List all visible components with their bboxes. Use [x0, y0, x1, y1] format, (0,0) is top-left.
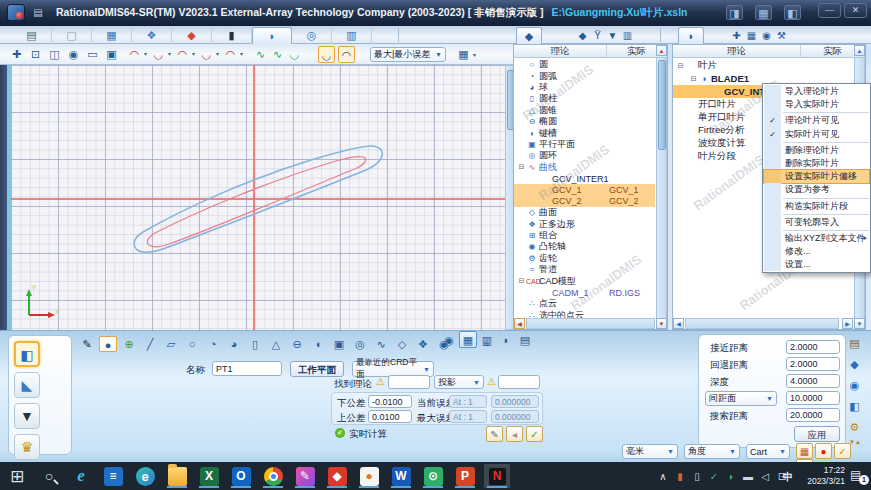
probe-cube-icon[interactable]: ◧	[846, 398, 863, 415]
projection-dropdown[interactable]: 投影▼	[434, 375, 484, 389]
curve-probe-icon[interactable]: ◠	[222, 46, 239, 63]
tree-item[interactable]: ⊞ 组合	[514, 230, 655, 241]
tree-item[interactable]: GCV_2 GCV_2	[514, 196, 655, 207]
scan-surface-icon[interactable]: ◡	[286, 46, 303, 63]
probe-head-icon[interactable]: ◆	[846, 356, 863, 373]
probe-erase-icon[interactable]: ◂	[506, 426, 523, 442]
dropdown-arrow[interactable]: ▾	[192, 50, 195, 57]
units-dropdown[interactable]: 毫米▼	[622, 444, 678, 459]
edit-note-icon[interactable]: ✎	[486, 426, 503, 442]
pdf-doc-icon[interactable]: ●	[356, 464, 382, 488]
scroll-up-button[interactable]: ▲	[854, 45, 865, 56]
joystick-icon[interactable]: ◧	[784, 5, 801, 20]
outlook-icon[interactable]: O	[228, 464, 254, 488]
report-icon[interactable]: ▦	[455, 46, 472, 63]
scroll-down-button[interactable]: ▼	[854, 318, 865, 329]
tree-item[interactable]: ⊟ 叶片	[673, 59, 853, 72]
scroll-up-button[interactable]: ▲	[656, 45, 667, 56]
card-tab[interactable]: ▤	[516, 331, 534, 348]
tree-item[interactable]: ◕ 球	[514, 82, 655, 93]
grid-status-icon[interactable]: ▦	[796, 443, 813, 459]
angle-dropdown[interactable]: 角度▼	[684, 444, 740, 459]
apply-button[interactable]: 应用	[794, 426, 840, 442]
surface-icon[interactable]: ◇	[393, 336, 411, 352]
tree-item[interactable]: ◔ 圆弧	[514, 70, 655, 81]
context-menu-item[interactable]: 设置实际叶片偏移	[764, 170, 869, 183]
spacing-input[interactable]	[786, 391, 840, 405]
theory-column-header[interactable]: 理论	[514, 45, 607, 57]
realtime-checkbox[interactable]: ✓	[335, 428, 345, 438]
view-eye-icon[interactable]: ◉	[65, 46, 82, 63]
grid-icon[interactable]: ▦	[745, 29, 758, 42]
rationaldmis-icon[interactable]: N	[484, 464, 510, 488]
settings-gear-icon[interactable]: ⚙	[846, 419, 863, 436]
probe-button[interactable]: ▼	[14, 403, 40, 429]
context-menu-item[interactable]: 设置...	[764, 258, 869, 271]
circle-icon[interactable]: ○	[183, 336, 201, 352]
tree-item[interactable]: ∴ 点云	[514, 298, 655, 309]
tree-item[interactable]: ❖ 正多边形	[514, 218, 655, 229]
tree-item[interactable]: ◉ 凸轮轴	[514, 241, 655, 252]
tools-icon[interactable]: ⚒	[775, 29, 788, 42]
tab-table[interactable]: ▦	[92, 27, 132, 44]
tab-program[interactable]: ❖	[132, 27, 172, 44]
scan-closed-icon[interactable]: ∿	[269, 46, 286, 63]
context-menu-item[interactable]: 输出XYZ到文本文件 ▸	[764, 232, 869, 245]
model-cube-icon[interactable]: ◆	[576, 29, 589, 42]
feature-panel-hscrollbar[interactable]	[526, 318, 655, 329]
machine-mode-button[interactable]: ◧	[14, 341, 40, 367]
scroll-right-button[interactable]: ▶	[842, 318, 853, 329]
torus-icon[interactable]: ◎	[351, 336, 369, 352]
tree-item[interactable]: GCV_1 GCV_1	[514, 184, 655, 195]
confirm-icon[interactable]: ✓	[526, 426, 543, 442]
blade-panel-hscrollbar[interactable]	[685, 318, 839, 329]
tab-machine[interactable]: ▥	[332, 27, 372, 44]
context-menu-item[interactable]: 可变轮廓导入	[764, 216, 869, 229]
graph-tab[interactable]: ▦	[459, 331, 477, 348]
slot-icon[interactable]: ◖	[309, 336, 327, 352]
ie-icon[interactable]: e	[68, 464, 94, 488]
comm-app-icon[interactable]: ≡	[100, 464, 126, 488]
context-menu-item[interactable]: 删除实际叶片	[764, 157, 869, 170]
camera-tray-icon[interactable]: ▬	[740, 471, 756, 482]
scan-open-icon[interactable]: ∿	[252, 46, 269, 63]
fixture-icon[interactable]: ▼	[606, 29, 619, 42]
theory-column-header[interactable]: 理论	[673, 45, 801, 57]
report-dropdown-arrow[interactable]: ▾	[473, 51, 476, 58]
tree-item[interactable]: ○ 圆	[514, 59, 655, 70]
window-tab[interactable]: ▥	[478, 331, 496, 348]
blade-section-icon[interactable]: ◡	[318, 46, 335, 63]
dropdown-arrow[interactable]: ▾	[144, 50, 147, 57]
find-probe-icon[interactable]: ◉	[846, 377, 863, 394]
blade-scan-icon[interactable]: ◠	[338, 46, 355, 63]
line-icon[interactable]: ╱	[141, 336, 159, 352]
start-icon[interactable]: ⊞	[4, 464, 30, 488]
screen-icon[interactable]: ▣	[103, 46, 120, 63]
minimize-button[interactable]: —	[818, 3, 841, 18]
chrome-icon[interactable]: ●	[260, 464, 286, 488]
shield-icon[interactable]: ◆	[324, 464, 350, 488]
tab-tolerance[interactable]: ◆	[172, 27, 212, 44]
tree-item[interactable]: △ 圆锥	[514, 105, 655, 116]
tray-color-icon[interactable]: ▮	[672, 471, 688, 482]
feature-panel-scrollbar[interactable]	[656, 57, 667, 319]
cylinder-icon[interactable]: ▯	[246, 336, 264, 352]
cad-viewport[interactable]: Y x	[11, 65, 505, 330]
tree-item[interactable]: ▯ 圆柱	[514, 93, 655, 104]
cone-icon[interactable]: △	[267, 336, 285, 352]
axes-icon[interactable]: ✚	[730, 29, 743, 42]
expand-toggle-icon[interactable]: ⊟	[689, 75, 698, 83]
point-probe-icon[interactable]: ◠	[126, 46, 143, 63]
search-icon[interactable]: ○	[36, 464, 62, 488]
error-mode-dropdown[interactable]: 最大|最小误差▼	[370, 47, 446, 62]
plane-probe-icon[interactable]: ◠	[174, 46, 191, 63]
context-menu-item[interactable]: 导入实际叶片	[764, 98, 869, 111]
excel-icon[interactable]: X	[196, 464, 222, 488]
workplane-button[interactable]: 工作平面	[290, 361, 344, 377]
camera-icon[interactable]: ◉	[760, 29, 773, 42]
ime-indicator[interactable]: 中	[783, 470, 793, 484]
dropdown-arrow[interactable]: ▾	[240, 50, 243, 57]
ball-status-icon[interactable]: ●	[815, 443, 832, 459]
tab-model-cube[interactable]: ◆	[516, 27, 542, 44]
tree-item[interactable]: ⊟ CAD CAD模型	[514, 275, 655, 286]
